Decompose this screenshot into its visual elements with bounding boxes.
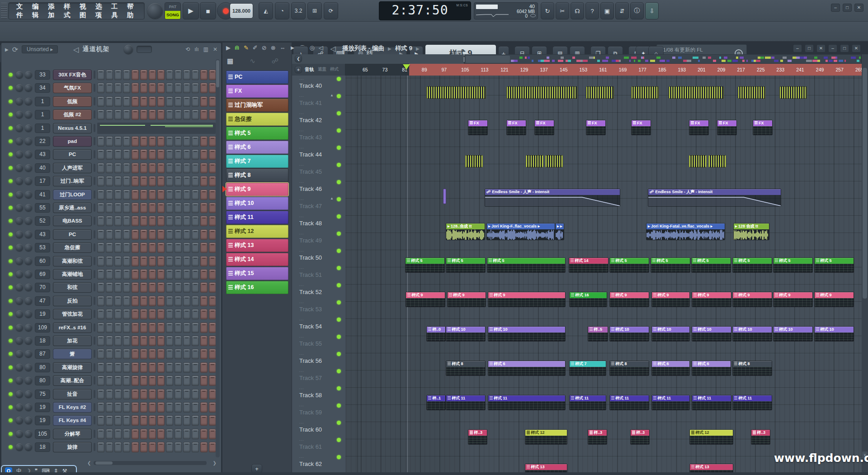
channel-pan-knob[interactable] <box>16 204 23 211</box>
step-cell[interactable] <box>123 176 130 186</box>
step-cell[interactable] <box>157 109 165 120</box>
step-cell[interactable] <box>140 296 147 306</box>
track-row-59[interactable]: ...Track 59 <box>292 404 345 422</box>
step-cell[interactable] <box>200 190 208 200</box>
step-cell[interactable] <box>209 216 216 226</box>
pattern-item-样式 15[interactable]: 样式 15 <box>226 267 288 280</box>
step-cell[interactable] <box>97 242 104 253</box>
step-cell[interactable] <box>106 190 113 200</box>
channel-pan-knob[interactable] <box>16 98 23 105</box>
step-cell[interactable] <box>123 216 130 226</box>
pattern-clip[interactable]: 样式 11 <box>609 395 649 410</box>
song-mode-label[interactable]: SONG <box>165 11 180 19</box>
main-volume-knob[interactable] <box>147 3 163 19</box>
pattern-clip[interactable]: 样式 6 <box>651 361 690 376</box>
step-cell[interactable] <box>209 375 216 386</box>
maximize-button[interactable]: □ <box>843 4 852 12</box>
step-cell[interactable] <box>114 256 122 266</box>
step-cell[interactable] <box>166 203 173 213</box>
step-cell[interactable] <box>149 362 156 373</box>
channel-number[interactable]: 19 <box>35 416 50 425</box>
step-cell[interactable] <box>149 190 156 200</box>
step-cell[interactable] <box>157 176 165 186</box>
step-cell[interactable] <box>106 149 113 160</box>
step-cell[interactable] <box>166 309 173 319</box>
channel-volume-knob[interactable] <box>25 151 32 158</box>
step-cell[interactable] <box>140 229 147 240</box>
magnet-icon[interactable]: ⋒ <box>235 44 240 52</box>
track-name[interactable]: Track 62 <box>299 461 322 467</box>
track-row-44[interactable]: ...Track 44 <box>292 147 345 164</box>
step-cell[interactable] <box>106 349 113 359</box>
play-icon[interactable]: ▶ <box>226 44 231 52</box>
step-cell[interactable] <box>166 109 173 120</box>
step-cell[interactable] <box>192 323 199 333</box>
step-cell[interactable] <box>175 203 182 213</box>
step-cell[interactable] <box>140 176 147 186</box>
track-led[interactable] <box>337 197 341 201</box>
audio-clip[interactable]: ▸ 128 合成 tt <box>733 223 769 240</box>
striped-clip[interactable] <box>631 86 659 99</box>
pattern-clip[interactable]: 样..3 <box>588 429 607 445</box>
striped-clip[interactable] <box>689 155 707 167</box>
step-cell[interactable] <box>183 323 190 333</box>
step-cell[interactable] <box>149 402 156 413</box>
step-cell[interactable] <box>200 229 208 240</box>
track-led[interactable] <box>337 404 341 408</box>
step-cell[interactable] <box>175 149 182 160</box>
step-cell[interactable] <box>166 323 173 333</box>
step-cell[interactable] <box>209 70 216 80</box>
step-cell[interactable] <box>140 203 147 213</box>
step-cell[interactable] <box>183 242 190 253</box>
step-cell[interactable] <box>192 256 199 266</box>
step-cell[interactable] <box>149 256 156 266</box>
step-cell[interactable] <box>123 323 130 333</box>
track-row-45[interactable]: ...Track 45 <box>292 164 345 181</box>
step-cell[interactable] <box>157 282 165 293</box>
channel-mute-led[interactable] <box>9 246 13 250</box>
step-cell[interactable] <box>175 109 182 120</box>
step-cell[interactable] <box>114 415 122 426</box>
channel-mute-led[interactable] <box>9 179 13 183</box>
step-cell[interactable] <box>157 136 165 147</box>
rack-horizontal-scrollbar[interactable]: ❮ ❯ <box>87 460 217 466</box>
channel-mute-led[interactable] <box>9 219 13 223</box>
pattern-clip[interactable]: 样..3 <box>630 429 650 445</box>
step-cell[interactable] <box>140 362 147 373</box>
step-cell[interactable] <box>140 309 147 319</box>
step-cell[interactable] <box>97 389 104 399</box>
channel-number[interactable]: 53 <box>35 243 50 252</box>
pattern-clip[interactable]: 样式 8 <box>609 361 649 376</box>
step-cell[interactable] <box>183 442 190 452</box>
track-led[interactable] <box>337 128 341 133</box>
step-cell[interactable] <box>132 242 139 253</box>
pattern-clip[interactable]: FX <box>506 120 526 135</box>
step-cell[interactable] <box>123 442 130 452</box>
step-cell[interactable] <box>175 256 182 266</box>
step-cell[interactable] <box>149 349 156 359</box>
pattern-clip[interactable]: FX <box>586 120 606 135</box>
step-cell[interactable] <box>106 429 113 439</box>
step-cell[interactable] <box>140 429 147 439</box>
step-cell[interactable] <box>200 389 208 399</box>
step-cell[interactable] <box>140 242 147 253</box>
step-cell[interactable] <box>149 296 156 306</box>
pattern-item-样式 5[interactable]: 样式 5 <box>226 127 288 140</box>
save-button[interactable]: ▣ <box>600 2 614 19</box>
playlist-grid[interactable] <box>345 76 862 474</box>
channel-number[interactable]: 43 <box>35 150 50 159</box>
rack-vertical-scrollbar[interactable] <box>216 59 220 457</box>
pattern-clip[interactable]: 样式 5 <box>487 257 566 273</box>
time-signature-button[interactable]: 3.2 <box>291 2 306 19</box>
step-cell[interactable] <box>157 203 165 213</box>
channel-pan-knob[interactable] <box>16 417 23 424</box>
channel-number[interactable]: 22 <box>35 137 50 146</box>
channel-name-button[interactable]: Nexus 4.5.1 <box>53 123 92 133</box>
channel-volume-knob[interactable] <box>25 257 32 265</box>
step-cell[interactable] <box>157 389 165 399</box>
step-cell[interactable] <box>183 229 190 240</box>
step-cell[interactable] <box>123 362 130 373</box>
step-cell[interactable] <box>175 375 182 386</box>
step-cell[interactable] <box>132 190 139 200</box>
step-cell[interactable] <box>166 415 173 426</box>
